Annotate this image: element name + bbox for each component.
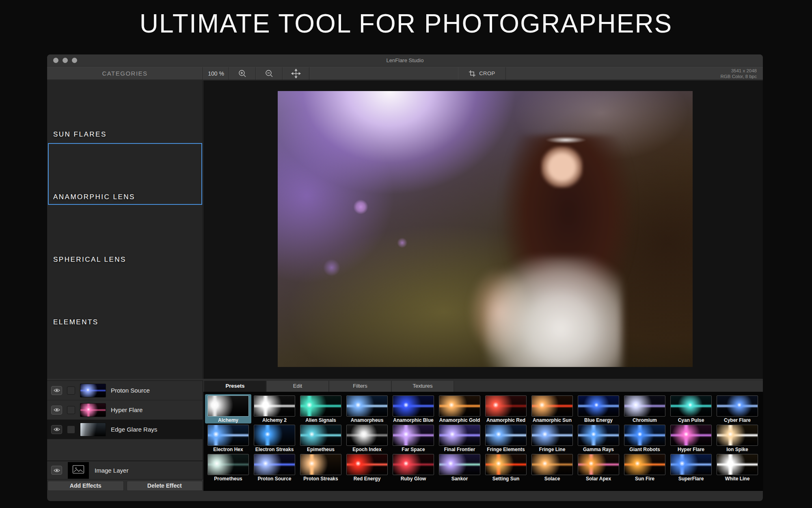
preset-thumbnail <box>300 425 341 446</box>
preset-red-energy[interactable]: Red Energy <box>344 453 390 482</box>
layer-name: Edge Glare Rays <box>111 426 157 433</box>
layer-visibility-button[interactable] <box>51 425 62 434</box>
preset-thumbnail <box>439 425 480 446</box>
preset-far-space[interactable]: Far Space <box>390 423 436 453</box>
preset-white-line[interactable]: White Line <box>714 453 760 482</box>
crop-icon <box>469 70 476 77</box>
preset-proton-streaks[interactable]: Proton Streaks <box>298 453 344 482</box>
preset-ion-spike[interactable]: Ion Spike <box>714 423 760 453</box>
preset-anamorphic-gold[interactable]: Anamorphic Gold <box>436 394 483 423</box>
move-button[interactable] <box>283 67 309 80</box>
preset-cyan-pulse[interactable]: Cyan Pulse <box>668 394 714 423</box>
layer-checkbox[interactable] <box>67 426 75 434</box>
category-label: ELEMENTS <box>53 318 99 326</box>
preset-prometheus[interactable]: Prometheus <box>205 453 251 482</box>
layer-visibility-button[interactable] <box>51 386 62 395</box>
preset-gamma-rays[interactable]: Gamma Rays <box>575 423 622 453</box>
image-layer-row[interactable]: Image Layer <box>47 460 203 480</box>
tab-filters[interactable]: Filters <box>329 381 391 392</box>
image-layer-visibility-button[interactable] <box>51 466 62 475</box>
preset-name: Electron Streaks <box>251 447 298 452</box>
preset-anamorphic-red[interactable]: Anamorphic Red <box>483 394 529 423</box>
tab-edit[interactable]: Edit <box>267 381 328 392</box>
preset-sankor[interactable]: Sankor <box>436 453 483 482</box>
preset-solar-apex[interactable]: Solar Apex <box>575 453 622 482</box>
preset-alchemy-2[interactable]: Alchemy 2 <box>251 394 298 423</box>
category-item-anamorphic-lens[interactable]: ANAMORPHIC LENS <box>48 143 202 205</box>
zoom-out-button[interactable] <box>256 67 283 80</box>
preset-thumbnail <box>531 454 573 475</box>
preset-fringe-elements[interactable]: Fringe Elements <box>483 423 529 453</box>
preset-name: Alien Signals <box>298 417 344 423</box>
preset-electron-hex[interactable]: Electron Hex <box>205 423 251 453</box>
preset-thumbnail <box>485 425 527 446</box>
effect-layer-row-proton-source[interactable]: Proton Source <box>47 381 203 400</box>
layer-checkbox[interactable] <box>67 406 75 414</box>
tab-textures[interactable]: Textures <box>392 381 454 392</box>
preset-solace[interactable]: Solace <box>529 453 575 482</box>
preset-hyper-flare[interactable]: Hyper Flare <box>668 423 714 453</box>
effect-layer-row-hyper-flare[interactable]: Hyper Flare <box>47 400 203 420</box>
layer-thumbnail <box>80 423 106 436</box>
preset-giant-robots[interactable]: Giant Robots <box>622 423 668 453</box>
preset-electron-streaks[interactable]: Electron Streaks <box>251 423 298 453</box>
category-item-elements[interactable]: ELEMENTS <box>48 268 202 330</box>
preset-name: SuperFlare <box>668 476 714 482</box>
effect-layer-row-edge-glare-rays[interactable]: Edge Glare Rays <box>47 420 203 439</box>
preset-ruby-glow[interactable]: Ruby Glow <box>390 453 436 482</box>
preset-name: Cyber Flare <box>714 417 760 423</box>
preset-name: Alchemy 2 <box>251 417 298 423</box>
category-item-spherical-lens[interactable]: SPHERICAL LENS <box>48 206 202 267</box>
preset-thumbnail <box>485 454 527 475</box>
preset-thumbnail <box>624 425 665 446</box>
delete-effect-button[interactable]: Delete Effect <box>127 481 203 491</box>
image-layer-thumbnail <box>68 462 89 479</box>
add-effects-button[interactable]: Add Effects <box>48 481 124 491</box>
zoom-in-button[interactable] <box>229 67 256 80</box>
preset-sun-fire[interactable]: Sun Fire <box>622 453 668 482</box>
layer-checkbox[interactable] <box>67 386 75 395</box>
preset-name: Sun Fire <box>622 476 668 482</box>
preset-setting-sun[interactable]: Setting Sun <box>483 453 529 482</box>
preset-thumbnail <box>624 454 665 475</box>
preset-blue-energy[interactable]: Blue Energy <box>575 394 622 423</box>
category-item-untitled-5[interactable] <box>48 331 202 379</box>
preset-anamorpheus[interactable]: Anamorpheus <box>344 394 390 423</box>
preset-fringe-line[interactable]: Fringe Line <box>529 423 575 453</box>
preset-chromium[interactable]: Chromium <box>622 394 668 423</box>
photo-bouquet <box>535 279 610 356</box>
zoom-level[interactable]: 100 % <box>203 67 229 80</box>
preset-thumbnail <box>393 395 434 417</box>
preset-proton-source[interactable]: Proton Source <box>251 453 298 482</box>
preset-thumbnail <box>578 425 619 446</box>
category-item-sun-flares[interactable]: SUN FLARES <box>48 80 202 142</box>
zoom-in-icon <box>238 69 247 78</box>
preset-name: Prometheus <box>205 476 251 482</box>
preset-alchemy[interactable]: Alchemy <box>205 394 251 423</box>
preset-epoch-index[interactable]: Epoch Index <box>344 423 390 453</box>
preset-name: Solace <box>529 476 575 482</box>
preset-final-frontier[interactable]: Final Frontier <box>436 423 483 453</box>
preset-epimetheus[interactable]: Epimetheus <box>298 423 344 453</box>
preset-thumbnail <box>254 454 295 475</box>
preset-name: Gamma Rays <box>575 447 622 452</box>
preset-thumbnail <box>717 395 758 417</box>
layer-visibility-button[interactable] <box>51 406 62 415</box>
preset-superflare[interactable]: SuperFlare <box>668 453 714 482</box>
preset-thumbnail <box>393 425 434 446</box>
tab-presets[interactable]: Presets <box>204 381 266 392</box>
preset-anamorphic-sun[interactable]: Anamorphic Sun <box>529 394 575 423</box>
image-dimensions: 3541 x 2048 <box>721 68 757 74</box>
preset-name: Fringe Elements <box>483 447 529 452</box>
banner-title: ULTIMATE TOOL FOR PHOTOGRAPHERS <box>0 4 812 43</box>
preset-anamorphic-blue[interactable]: Anamorphic Blue <box>390 394 436 423</box>
preset-alien-signals[interactable]: Alien Signals <box>298 394 344 423</box>
preset-name: Far Space <box>390 447 436 452</box>
canvas[interactable] <box>203 80 763 379</box>
crop-button[interactable]: CROP <box>458 67 506 80</box>
preset-name: Giant Robots <box>622 447 668 452</box>
preset-cyber-flare[interactable]: Cyber Flare <box>714 394 760 423</box>
preset-name: Anamorpheus <box>344 417 390 423</box>
preset-thumbnail <box>578 395 619 417</box>
move-icon <box>291 69 301 78</box>
